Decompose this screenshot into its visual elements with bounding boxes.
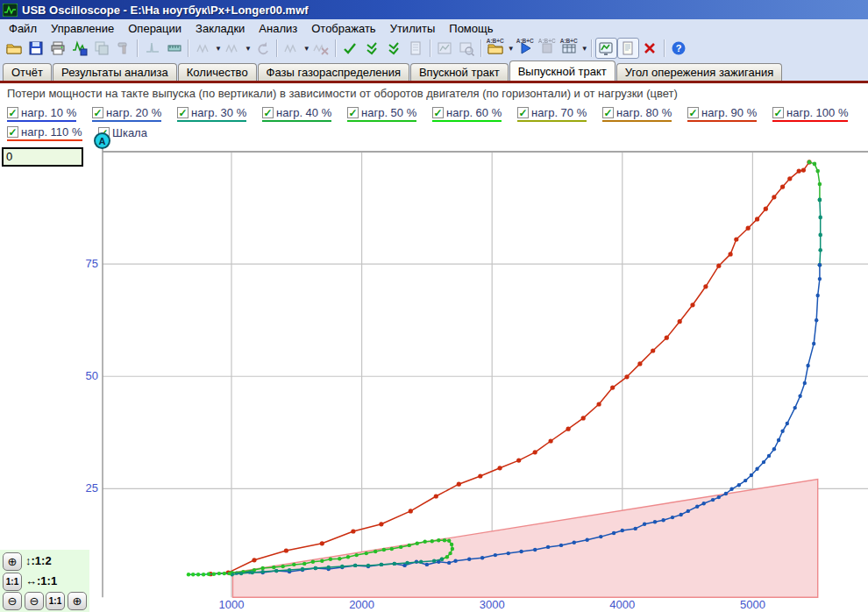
open-file-icon [6, 40, 22, 56]
tab-strip: ОтчётРезультаты анализаКоличествоФазы га… [0, 60, 868, 81]
load-30-checkbox[interactable]: ✓ [177, 107, 189, 118]
script-table-button[interactable]: A:B+C [559, 38, 580, 59]
reset-horizontal-button[interactable]: 1:1 [46, 592, 65, 610]
load-80-checkbox[interactable]: ✓ [602, 107, 614, 118]
script-table-dropdown-arrow[interactable]: ▼ [581, 45, 588, 53]
measure-segment-icon [167, 40, 182, 56]
legend-item-load-110[interactable]: ✓нагр. 110 % [7, 124, 98, 143]
save-waveform-icon [72, 40, 88, 56]
load-90-checkbox[interactable]: ✓ [687, 107, 699, 118]
load-40-checkbox[interactable]: ✓ [262, 107, 274, 118]
waveform-next-icon [224, 40, 240, 56]
waveform-overlay-dropdown-arrow[interactable]: ▼ [303, 45, 310, 53]
zoom-panel: ↕:1:2 ↔:1:1 ⊕1:1⊖⊖1:1⊕ [0, 550, 89, 612]
toolbar: ▼▼▼A:B+C▼A:B+CA:B+CA:B+C▼? [0, 37, 868, 60]
load-110-checkbox[interactable]: ✓ [7, 126, 18, 138]
tab-quantity[interactable]: Количество [178, 63, 257, 81]
zoom-out-horizontal-button[interactable]: ⊖ [25, 592, 44, 610]
menu-operations[interactable]: Операции [121, 21, 189, 36]
y-tick-25: 25 [86, 481, 98, 495]
load-10-label: нагр. 10 % [21, 106, 76, 119]
script-run-button[interactable]: A:B+C [515, 38, 537, 59]
legend-item-load-10[interactable]: ✓нагр. 10 % [7, 104, 92, 124]
menu-control[interactable]: Управление [44, 21, 121, 36]
marker-a[interactable]: A [94, 132, 110, 149]
script-open-button[interactable]: A:B+C [485, 38, 507, 59]
tab-intake-tract[interactable]: Впускной тракт [410, 63, 509, 81]
legend-item-load-20[interactable]: ✓нагр. 20 % [92, 104, 177, 124]
menu-utilities[interactable]: Утилиты [383, 21, 443, 36]
load-60-checkbox[interactable]: ✓ [432, 107, 444, 118]
load-10-checkbox[interactable]: ✓ [7, 107, 18, 118]
tab-valve-timing[interactable]: Фазы газораспределения [258, 63, 409, 81]
reaccept-icon [386, 40, 402, 56]
legend-item-load-70[interactable]: ✓нагр. 70 % [517, 104, 602, 124]
menu-file[interactable]: Файл [2, 21, 44, 36]
load-70-checkbox[interactable]: ✓ [517, 107, 529, 118]
undo-icon [254, 40, 270, 56]
series-right-drop-teal [818, 198, 822, 267]
zoom-in-vertical-button[interactable]: ⊕ [3, 552, 22, 571]
svg-text:?: ? [676, 43, 682, 53]
title-bar: USB Oscilloscope - E:\На ноутбук\Px+Long… [0, 0, 868, 19]
load-100-checkbox[interactable]: ✓ [772, 107, 784, 118]
toolbar-separator [276, 39, 278, 57]
script-open-dropdown-arrow[interactable]: ▼ [508, 45, 515, 53]
print-button[interactable] [46, 38, 68, 59]
menu-display[interactable]: Отображать [304, 21, 382, 36]
y-tick-75: 75 [86, 257, 98, 270]
load-100-label: нагр. 100 % [786, 106, 848, 119]
menu-analysis[interactable]: Анализ [252, 21, 304, 36]
y-tick-50: 50 [86, 369, 98, 382]
accept-button[interactable] [339, 38, 361, 59]
waveform-prev-dropdown-arrow[interactable]: ▼ [215, 45, 222, 53]
menu-help[interactable]: Помощь [442, 21, 500, 36]
load-80-label: нагр. 80 % [616, 106, 672, 119]
zoom-in-horizontal-button[interactable]: ⊕ [68, 592, 87, 610]
show-waveforms-button[interactable] [595, 38, 617, 59]
x-tick-3000: 3000 [480, 598, 505, 611]
series-peak-transition-green [808, 160, 822, 203]
close-analysis-button[interactable] [639, 38, 661, 59]
legend-item-load-40[interactable]: ✓нагр. 40 % [262, 104, 347, 124]
waveform-next-dropdown-arrow[interactable]: ▼ [245, 45, 252, 53]
save-waveform-button[interactable] [68, 38, 90, 59]
load-20-checkbox[interactable]: ✓ [92, 107, 103, 118]
scale-region [232, 480, 817, 598]
help-button[interactable]: ? [668, 38, 690, 59]
reset-vertical-button[interactable]: 1:1 [3, 573, 22, 591]
tab-analysis-results[interactable]: Результаты анализа [53, 63, 177, 81]
save-file-button[interactable] [25, 38, 46, 59]
series-start-idle-flat [187, 572, 231, 577]
script-mini-label: A:B+C [516, 38, 534, 44]
chart-magnifier-icon [459, 40, 474, 56]
script-stop-button: A:B+C [537, 38, 559, 59]
load-50-checkbox[interactable]: ✓ [347, 107, 359, 118]
measure-segment-button[interactable] [163, 38, 185, 59]
open-file-button[interactable] [3, 38, 25, 59]
legend-item-load-30[interactable]: ✓нагр. 30 % [177, 104, 262, 124]
legend-item-load-80[interactable]: ✓нагр. 80 % [602, 104, 687, 124]
load-110-label: нагр. 110 % [21, 125, 82, 139]
legend-item-load-100[interactable]: ✓нагр. 100 % [772, 104, 864, 124]
show-report-icon [620, 40, 636, 56]
accept-all-button[interactable] [361, 38, 383, 59]
cursor-value-field[interactable]: 0 [2, 147, 83, 167]
waveform-delete-icon [313, 40, 329, 56]
waveform-overlay-button [281, 38, 302, 59]
zoom-out-vertical-button[interactable]: ⊖ [3, 592, 22, 610]
chart-frame-button [434, 38, 456, 59]
chart-title: Потери мощности на такте выпуска (по вер… [0, 83, 868, 104]
tab-report[interactable]: Отчёт [3, 63, 52, 81]
show-report-button[interactable] [617, 38, 639, 59]
tab-ignition-advance[interactable]: Угол опережения зажигания [616, 63, 782, 81]
vertical-zoom-ratio: ↕:1:2 [25, 554, 52, 567]
menu-bookmarks[interactable]: Закладки [189, 21, 252, 36]
legend-item-load-50[interactable]: ✓нагр. 50 % [347, 104, 432, 124]
tab-exhaust-tract[interactable]: Выпускной тракт [509, 60, 615, 81]
reaccept-button[interactable] [383, 38, 405, 59]
report-doc-button [405, 38, 427, 59]
legend-item-load-90[interactable]: ✓нагр. 90 % [687, 104, 772, 124]
legend-item-load-60[interactable]: ✓нагр. 60 % [432, 104, 517, 124]
script-mini-label: A:B+C [538, 38, 556, 44]
